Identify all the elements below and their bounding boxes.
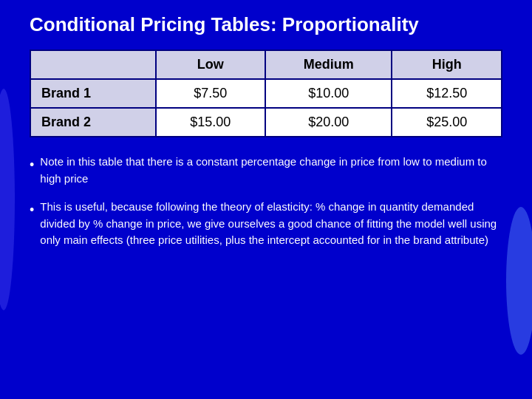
note-text-2: This is useful, because following the th… <box>40 199 502 249</box>
table-header-row: Low Medium High <box>30 50 502 79</box>
page-title: Conditional Pricing Tables: Proportional… <box>30 13 502 36</box>
table-row: Brand 2 $15.00 $20.00 $25.00 <box>30 108 502 137</box>
notes-section: • Note in this table that there is a con… <box>30 154 502 249</box>
row2-brand: Brand 2 <box>30 108 156 137</box>
bullet-icon-2: • <box>30 200 34 220</box>
row1-brand: Brand 1 <box>30 79 156 108</box>
bullet-icon-1: • <box>30 155 34 175</box>
header-col-medium: Medium <box>265 50 392 79</box>
row2-medium: $20.00 <box>265 108 392 137</box>
row1-high: $12.50 <box>392 79 502 108</box>
header-col-brand <box>30 50 156 79</box>
row2-low: $15.00 <box>156 108 266 137</box>
header-col-high: High <box>392 50 502 79</box>
note-item-1: • Note in this table that there is a con… <box>30 154 502 187</box>
row2-high: $25.00 <box>392 108 502 137</box>
table-row: Brand 1 $7.50 $10.00 $12.50 <box>30 79 502 108</box>
note-item-2: • This is useful, because following the … <box>30 199 502 249</box>
pricing-table: Low Medium High Brand 1 $7.50 $10.00 $12… <box>30 50 502 137</box>
note-text-1: Note in this table that there is a const… <box>40 154 502 187</box>
header-col-low: Low <box>156 50 266 79</box>
row1-low: $7.50 <box>156 79 266 108</box>
row1-medium: $10.00 <box>265 79 392 108</box>
